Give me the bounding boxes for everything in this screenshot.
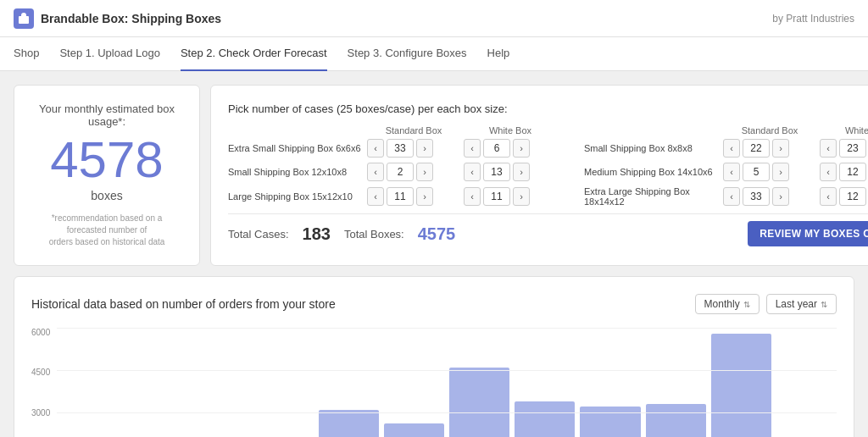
monthly-usage-subtitle: Your monthly estimated box usage*: (31, 102, 182, 128)
stepper-extra-large-18x14-white-dec[interactable]: ‹ (820, 187, 837, 206)
col-header-std-right: Standard Box (723, 125, 816, 136)
stepper-small-12x10-white: ‹ 13 › (464, 163, 557, 181)
stepper-large-15x12-std-inc[interactable]: › (416, 187, 433, 206)
box-name-extra-large-18x14: Extra Large Shipping Box 18x14x12 (584, 186, 720, 207)
top-row: Your monthly estimated box usage*: 4578 … (14, 85, 854, 266)
stepper-extra-large-18x14-white: ‹ 12 › (820, 187, 868, 206)
bar-col-nov (449, 368, 509, 437)
bar-col-oct (384, 423, 444, 437)
stepper-extra-large-18x14-std-val: 33 (743, 187, 770, 206)
stepper-large-15x12-white-dec[interactable]: ‹ (464, 187, 481, 206)
bar-feb (646, 404, 706, 437)
svg-rect-0 (19, 16, 29, 24)
col-header-std-left: Standard Box (367, 125, 460, 136)
stepper-extra-small-white-val: 6 (483, 139, 510, 158)
stepper-extra-small-white-dec[interactable]: ‹ (464, 139, 481, 158)
chart-card: Historical data based on number of order… (14, 276, 854, 437)
y-axis: 6000 4500 3000 1500 0 (31, 328, 57, 437)
stepper-medium-14x10-std: ‹ 5 › (723, 163, 816, 181)
monthly-usage-value: 4578 (50, 135, 163, 185)
bar-jan (580, 407, 640, 437)
nav-item-configure-boxes[interactable]: Step 3. Configure Boxes (348, 37, 467, 71)
stepper-small-12x10-std-val: 2 (387, 163, 414, 181)
logo-icon (14, 8, 34, 29)
grid-line-1 (57, 328, 837, 329)
stepper-medium-14x10-std-val: 5 (743, 163, 770, 181)
stepper-large-15x12-white-val: 11 (483, 187, 510, 206)
stepper-small-12x10-white-inc[interactable]: › (513, 163, 530, 181)
stepper-extra-small-std-inc[interactable]: › (416, 139, 433, 158)
bar-dec (515, 401, 575, 437)
total-cases-value: 183 (303, 224, 331, 244)
stepper-large-15x12-white-inc[interactable]: › (513, 187, 530, 206)
header: Brandable Box: Shipping Boxes by Pratt I… (0, 0, 868, 37)
stepper-small-12x10-std-dec[interactable]: ‹ (367, 163, 384, 181)
monthly-usage-card: Your monthly estimated box usage*: 4578 … (14, 85, 200, 266)
app-title: Brandable Box: Shipping Boxes (41, 12, 221, 25)
box-name-small-12x10: Small Shipping Box 12x10x8 (228, 167, 364, 177)
stepper-large-15x12-std-val: 11 (387, 187, 414, 206)
stepper-small-12x10-white-dec[interactable]: ‹ (464, 163, 481, 181)
stepper-extra-large-18x14-std-dec[interactable]: ‹ (723, 187, 740, 206)
stepper-small-8x8-std-dec[interactable]: ‹ (723, 139, 740, 158)
monthly-usage-unit: boxes (91, 189, 122, 202)
period-dropdown[interactable]: Monthly (695, 294, 760, 314)
stepper-small-8x8-std-val: 22 (743, 139, 770, 158)
chart-area: 6000 4500 3000 1500 0 (31, 328, 837, 437)
stepper-large-15x12-std-dec[interactable]: ‹ (367, 187, 384, 206)
bar-col-sep (319, 410, 379, 437)
stepper-small-8x8-std: ‹ 22 › (723, 139, 816, 158)
bar-col-feb (646, 404, 706, 437)
bar-col-mar (711, 334, 771, 437)
bar-col-dec (515, 401, 575, 437)
stepper-large-15x12-std: ‹ 11 › (367, 187, 460, 206)
bar-mar (711, 334, 771, 437)
bar-sep (319, 410, 379, 437)
main-content: Your monthly estimated box usage*: 4578 … (0, 71, 868, 437)
box-name-small-8x8: Small Shipping Box 8x8x8 (584, 143, 720, 153)
stepper-extra-large-18x14-white-val: 12 (839, 187, 866, 206)
totals-row: Total Cases: 183 Total Boxes: 4575 REVIE… (228, 213, 868, 246)
nav-item-upload-logo[interactable]: Step 1. Upload Logo (59, 37, 160, 71)
stepper-small-12x10-std: ‹ 2 › (367, 163, 460, 181)
nav-item-check-forecast[interactable]: Step 2. Check Order Forecast (181, 37, 327, 71)
stepper-extra-large-18x14-std-inc[interactable]: › (772, 187, 789, 206)
box-picker-card: Pick number of cases (25 boxes/case) per… (210, 85, 868, 266)
stepper-extra-small-white: ‹ 6 › (464, 139, 557, 158)
total-boxes-value: 4575 (418, 224, 456, 244)
y-label-4500: 4500 (31, 368, 50, 377)
stepper-small-8x8-white-val: 23 (839, 139, 866, 158)
stepper-small-12x10-std-inc[interactable]: › (416, 163, 433, 181)
stepper-medium-14x10-std-dec[interactable]: ‹ (723, 163, 740, 181)
stepper-medium-14x10-white: ‹ 12 › (820, 163, 868, 181)
chart-header: Historical data based on number of order… (31, 294, 837, 314)
stepper-medium-14x10-white-dec[interactable]: ‹ (820, 163, 837, 181)
stepper-extra-small-std: ‹ 33 › (367, 139, 460, 158)
total-cases-label: Total Cases: (228, 228, 289, 241)
stepper-small-8x8-white-dec[interactable]: ‹ (820, 139, 837, 158)
bar-col-jan (580, 407, 640, 437)
stepper-extra-small-white-inc[interactable]: › (513, 139, 530, 158)
y-label-6000: 6000 (31, 328, 50, 337)
stepper-small-8x8-std-inc[interactable]: › (772, 139, 789, 158)
review-order-button[interactable]: REVIEW MY BOXES ORDER (748, 221, 868, 246)
monthly-usage-disclaimer: *recommendation based on a forecasted nu… (31, 213, 182, 248)
box-name-extra-small: Extra Small Shipping Box 6x6x6 (228, 143, 364, 153)
bars-area (57, 328, 837, 437)
range-dropdown[interactable]: Last year (766, 294, 837, 314)
stepper-medium-14x10-std-inc[interactable]: › (772, 163, 789, 181)
nav-item-help[interactable]: Help (487, 37, 510, 71)
bar-oct (384, 423, 444, 437)
nav: Shop Step 1. Upload Logo Step 2. Check O… (0, 37, 868, 71)
by-label: by Pratt Industries (772, 13, 854, 25)
col-header-white-right: White Box (820, 125, 868, 136)
stepper-extra-small-std-dec[interactable]: ‹ (367, 139, 384, 158)
chart-body: MayJunJulAugSepOctNovDecJanFebMarApr (57, 328, 837, 437)
stepper-small-12x10-white-val: 13 (483, 163, 510, 181)
box-picker-title: Pick number of cases (25 boxes/case) per… (228, 102, 868, 115)
stepper-medium-14x10-white-val: 12 (839, 163, 866, 181)
nav-item-shop[interactable]: Shop (14, 37, 39, 71)
logo-area: Brandable Box: Shipping Boxes (14, 8, 221, 29)
stepper-extra-large-18x14-std: ‹ 33 › (723, 187, 816, 206)
box-name-large-15x12: Large Shipping Box 15x12x10 (228, 191, 364, 202)
